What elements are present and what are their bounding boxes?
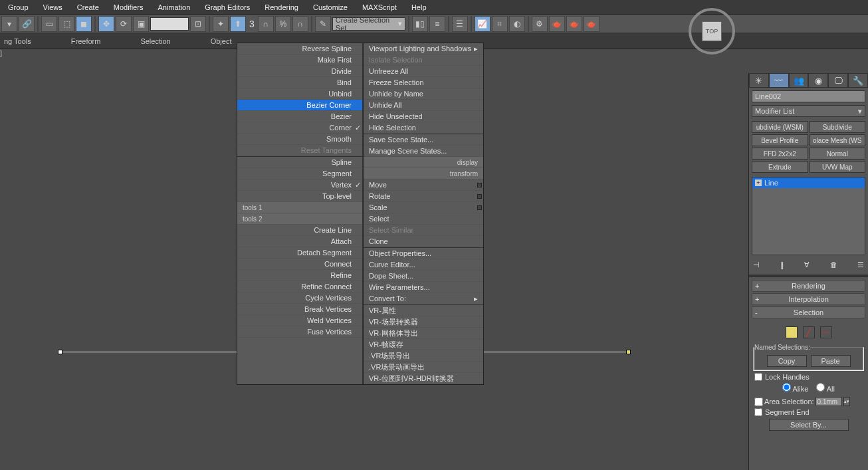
ctx-break-vertices[interactable]: Break Vertices bbox=[237, 304, 362, 315]
ctx-divide[interactable]: Divide bbox=[237, 66, 362, 77]
ribbon-selection[interactable]: Selection bbox=[140, 37, 170, 45]
segment-end-check[interactable] bbox=[754, 408, 762, 416]
ctx-refine[interactable]: Refine bbox=[237, 270, 362, 281]
tab-modify-icon[interactable]: 〰 bbox=[769, 73, 789, 88]
tab-create-icon[interactable]: ✳ bbox=[749, 73, 769, 88]
ctx-weld-vertices[interactable]: Weld Vertices bbox=[237, 315, 362, 326]
ctx-dope-sheet[interactable]: Dope Sheet... bbox=[364, 271, 483, 282]
mod-uvw-map[interactable]: UVW Map bbox=[810, 161, 866, 173]
ctx-move[interactable]: Move bbox=[364, 179, 483, 191]
modifier-list-combo[interactable]: Modifier List▾ bbox=[752, 105, 865, 117]
paste-button[interactable]: Paste bbox=[811, 355, 851, 367]
mod-normal[interactable]: Normal bbox=[810, 148, 866, 160]
spinner-snap-icon[interactable]: ∩ bbox=[292, 16, 308, 32]
edit-named-sel-icon[interactable]: ✎ bbox=[315, 16, 331, 32]
ctx-attach[interactable]: Attach bbox=[237, 236, 362, 247]
ctx-bind[interactable]: Bind bbox=[237, 77, 362, 88]
show-end-result-icon[interactable]: ‖ bbox=[780, 261, 784, 269]
ctx-object-properties[interactable]: Object Properties... bbox=[364, 248, 483, 259]
stack-expand-icon[interactable]: + bbox=[755, 179, 762, 186]
select-region-icon[interactable]: ⬚ bbox=[58, 16, 74, 32]
ctx-vr-scene-anim-export[interactable]: .VR场景动画导出 bbox=[364, 362, 483, 373]
manipulate-icon[interactable]: ✦ bbox=[213, 16, 229, 32]
ctx-unhide-all[interactable]: Unhide All bbox=[364, 100, 483, 111]
ctx-top-level[interactable]: Top-level bbox=[237, 191, 362, 202]
ctx-unhide-by-name[interactable]: Unhide by Name bbox=[364, 88, 483, 100]
ctx-segment[interactable]: Segment bbox=[237, 168, 362, 179]
select-icon[interactable]: ▭ bbox=[41, 16, 57, 32]
scale-icon[interactable]: ▣ bbox=[133, 16, 149, 32]
viewport-label[interactable]: ] bbox=[0, 49, 8, 57]
ctx-hide-unselected[interactable]: Hide Unselected bbox=[364, 111, 483, 122]
material-editor-icon[interactable]: ◐ bbox=[509, 16, 525, 32]
ctx-viewport-lighting[interactable]: Viewport Lighting and Shadows▸ bbox=[364, 43, 483, 55]
tab-hierarchy-icon[interactable]: 👥 bbox=[789, 73, 809, 88]
ctx-bezier[interactable]: Bezier bbox=[237, 111, 362, 122]
ctx-bezier-corner[interactable]: Bezier Corner bbox=[237, 100, 362, 111]
ctx-refine-connect[interactable]: Refine Connect bbox=[237, 281, 362, 293]
ctx-manage-scene-states[interactable]: Manage Scene States... bbox=[364, 146, 483, 157]
ctx-freeze-selection[interactable]: Freeze Selection bbox=[364, 77, 483, 88]
copy-button[interactable]: Copy bbox=[767, 355, 807, 367]
ctx-unfreeze-all[interactable]: Unfreeze All bbox=[364, 66, 483, 77]
ctx-reverse-spline[interactable]: Reverse Spline bbox=[237, 43, 362, 55]
render-frame-icon[interactable]: 🫖 bbox=[549, 16, 565, 32]
keyboard-shortcut-icon[interactable]: ⬆ bbox=[230, 16, 246, 32]
ctx-clone[interactable]: Clone bbox=[364, 236, 483, 247]
ribbon-freeform[interactable]: Freeform bbox=[71, 37, 101, 45]
tab-display-icon[interactable]: 🖵 bbox=[828, 73, 848, 88]
ctx-corner[interactable]: Corner ✓ bbox=[237, 122, 362, 134]
remove-modifier-icon[interactable]: 🗑 bbox=[830, 261, 837, 269]
rollout-selection[interactable]: -Selection bbox=[752, 306, 865, 318]
ctx-rotate[interactable]: Rotate bbox=[364, 191, 483, 202]
ribbon-object[interactable]: Object bbox=[211, 37, 232, 45]
mod-ffd-2x2x2[interactable]: FFD 2x2x2 bbox=[752, 148, 808, 160]
ctx-hide-selection[interactable]: Hide Selection bbox=[364, 122, 483, 134]
select-by-button[interactable]: Select By... bbox=[769, 419, 849, 431]
render-prod-icon[interactable]: 🫖 bbox=[566, 16, 582, 32]
layers-icon[interactable]: ☰ bbox=[452, 16, 468, 32]
mod-extrude[interactable]: Extrude bbox=[752, 161, 808, 173]
link-icon[interactable]: 🔗 bbox=[19, 16, 35, 32]
menu-maxscript[interactable]: MAXScript bbox=[362, 3, 397, 11]
angle-snap-icon[interactable]: ∩ bbox=[258, 16, 274, 32]
ctx-vr-scene-converter[interactable]: VR-场景转换器 bbox=[364, 316, 483, 328]
menu-modifiers[interactable]: Modifiers bbox=[114, 3, 144, 11]
ctx-vr-bitmap-hdr[interactable]: VR-位图到VR-HDR转换器 bbox=[364, 373, 483, 384]
rollout-rendering[interactable]: +Rendering bbox=[752, 280, 865, 292]
menu-help[interactable]: Help bbox=[411, 3, 427, 11]
mirror-icon[interactable]: ▮▯ bbox=[412, 16, 428, 32]
all-radio[interactable]: All bbox=[816, 383, 835, 393]
menu-views[interactable]: Views bbox=[43, 3, 62, 11]
menu-customize[interactable]: Customize bbox=[313, 3, 348, 11]
area-selection-value[interactable]: 0.1mm bbox=[815, 397, 842, 406]
ctx-spline[interactable]: Spline bbox=[237, 157, 362, 168]
tab-motion-icon[interactable]: ◉ bbox=[808, 73, 828, 88]
ctx-create-line[interactable]: Create Line bbox=[237, 225, 362, 236]
modifier-stack[interactable]: + Line bbox=[752, 177, 865, 255]
pivot-icon[interactable]: ⊡ bbox=[190, 16, 206, 32]
subobj-segment-icon[interactable]: ╱ bbox=[803, 326, 815, 338]
ctx-vr-framebuffer[interactable]: VR-帧缓存 bbox=[364, 339, 483, 350]
configure-sets-icon[interactable]: ☰ bbox=[857, 261, 864, 269]
menu-graph-editors[interactable]: Graph Editors bbox=[205, 3, 250, 11]
rotate-icon[interactable]: ⟳ bbox=[116, 16, 132, 32]
spline-vertex-1[interactable] bbox=[58, 350, 62, 354]
render-setup-icon[interactable]: ⚙ bbox=[532, 16, 548, 32]
menu-create[interactable]: Create bbox=[77, 3, 99, 11]
menu-animation[interactable]: Animation bbox=[158, 3, 190, 11]
snap-toggle[interactable]: 3 bbox=[247, 19, 257, 29]
ctx-convert-to[interactable]: Convert To:▸ bbox=[364, 293, 483, 304]
area-selection-spinner[interactable]: ▴▾ bbox=[843, 397, 850, 406]
ctx-cycle-vertices[interactable]: Cycle Vertices bbox=[237, 293, 362, 304]
ctx-vr-scene-export[interactable]: .VR场景导出 bbox=[364, 350, 483, 362]
ctx-vertex[interactable]: Vertex ✓ bbox=[237, 179, 362, 191]
subobj-vertex-icon[interactable]: ∴ bbox=[786, 326, 798, 338]
align-icon[interactable]: ≡ bbox=[429, 16, 445, 32]
curve-editor-icon[interactable]: 📈 bbox=[475, 16, 490, 32]
ctx-smooth[interactable]: Smooth bbox=[237, 134, 362, 145]
mod-bevel-profile[interactable]: Bevel Profile bbox=[752, 134, 808, 146]
undo-dropdown-icon[interactable]: ▾ bbox=[1, 16, 17, 32]
tab-utilities-icon[interactable]: 🔧 bbox=[848, 73, 868, 88]
ctx-detach-segment[interactable]: Detach Segment bbox=[237, 247, 362, 259]
